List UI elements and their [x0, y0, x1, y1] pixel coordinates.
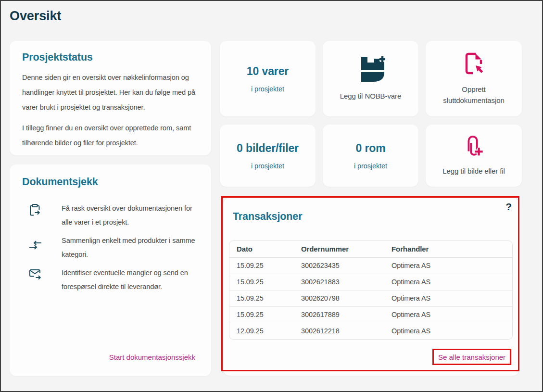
nobb-logo-icon — [355, 56, 387, 85]
document-check-card: Dokumentsjekk Få rask oversikt over doku… — [10, 164, 211, 376]
transaction-row: 15.09.253002621883Optimera AS — [229, 274, 512, 290]
transaction-cell: 3002612218 — [294, 323, 384, 339]
create-final-documentation-button[interactable]: Opprett sluttdokumentasjon — [426, 41, 522, 116]
stat-caption: i prosjektet — [251, 162, 284, 170]
stat-tile-rom: 0 rom i prosjektet — [323, 125, 418, 187]
column-header-forhandler: Forhandler — [384, 241, 512, 257]
document-create-icon — [463, 52, 485, 78]
transaction-cell: Optimera AS — [384, 306, 512, 323]
page-title: Oversikt — [10, 9, 61, 24]
action-tile-label: Legg til NOBB-vare — [340, 90, 401, 101]
project-status-paragraph: Denne siden gir en oversikt over nøkkeli… — [22, 70, 199, 115]
transaction-row: 12.09.253002612218Optimera AS — [229, 323, 512, 339]
transactions-table-body: 15.09.253002623435Optimera AS15.09.25300… — [229, 257, 512, 339]
clipboard-arrow-icon — [29, 202, 43, 229]
project-status-title: Prosjektstatus — [22, 51, 199, 63]
transaction-cell: 3002621883 — [294, 274, 384, 290]
transactions-table: Dato Ordernummer Forhandler 15.09.253002… — [229, 240, 513, 340]
add-image-or-file-button[interactable]: Legg til bilde eller fil — [426, 125, 522, 187]
transaction-cell: Optimera AS — [384, 290, 512, 306]
transaction-cell: 15.09.25 — [229, 306, 294, 323]
column-header-dato: Dato — [229, 241, 294, 257]
transaction-cell: Optimera AS — [384, 323, 512, 339]
project-status-card: Prosjektstatus Denne siden gir en oversi… — [10, 41, 211, 155]
project-status-paragraph: I tillegg finner du en oversikt over opp… — [22, 121, 199, 151]
paperclip-plus-icon — [464, 135, 484, 160]
transaction-row: 15.09.253002623435Optimera AS — [229, 257, 512, 274]
stat-value: 0 rom — [355, 142, 385, 155]
document-check-list: Få rask oversikt over dokumentasjonen fo… — [22, 202, 199, 294]
envelope-arrow-icon — [29, 266, 43, 294]
document-check-item-text: Få rask oversikt over dokumentasjonen fo… — [62, 202, 199, 229]
transaction-cell: 3002617889 — [294, 306, 384, 323]
transaction-row: 15.09.253002620798Optimera AS — [229, 290, 512, 306]
help-icon[interactable]: ? — [505, 201, 512, 213]
action-tile-label: Legg til bilde eller fil — [442, 165, 505, 177]
transactions-header-row: Dato Ordernummer Forhandler — [229, 241, 512, 257]
see-all-transactions-annotation-box: Se alle transaksjoner — [432, 349, 511, 365]
document-check-item-text: Identifiser eventuelle mangler og send e… — [62, 266, 199, 294]
stat-tile-varer: 10 varer i prosjektet — [220, 41, 316, 116]
transaction-row: 15.09.253002617889Optimera AS — [229, 306, 512, 323]
document-check-item: Få rask oversikt over dokumentasjonen fo… — [22, 202, 199, 229]
transaction-cell: Optimera AS — [384, 257, 512, 274]
stat-tile-bilder-filer: 0 bilder/filer i prosjektet — [220, 125, 316, 187]
transaction-cell: Optimera AS — [384, 274, 512, 290]
document-check-item: Sammenlign enkelt med produkter i samme … — [22, 234, 199, 262]
transaction-cell: 15.09.25 — [229, 274, 294, 290]
action-tile-label: Opprett sluttdokumentasjon — [434, 84, 514, 106]
transaction-cell: 15.09.25 — [229, 290, 294, 306]
document-check-item-text: Sammenlign enkelt med produkter i samme … — [62, 234, 199, 262]
stat-value: 0 bilder/filer — [237, 142, 299, 155]
transaction-cell: 3002620798 — [294, 290, 384, 306]
document-check-title: Dokumentsjekk — [22, 176, 199, 188]
transaction-cell: 15.09.25 — [229, 257, 294, 274]
stat-caption: i prosjektet — [354, 162, 387, 170]
transaction-cell: 12.09.25 — [229, 323, 294, 339]
document-check-item: Identifiser eventuelle mangler og send e… — [22, 266, 199, 294]
start-document-check-link[interactable]: Start dokumentasjonssjekk — [109, 353, 195, 361]
see-all-transactions-link[interactable]: Se alle transaksjoner — [438, 353, 505, 361]
column-header-ordernummer: Ordernummer — [294, 241, 384, 257]
stat-value: 10 varer — [247, 65, 289, 78]
compare-arrows-icon — [29, 234, 43, 262]
transaction-cell: 3002623435 — [294, 257, 384, 274]
transactions-title: Transaksjoner — [233, 211, 303, 223]
stat-caption: i prosjektet — [251, 85, 284, 93]
transactions-card: ? Transaksjoner Dato Ordernummer Forhand… — [223, 198, 519, 376]
add-nobb-item-button[interactable]: Legg til NOBB-vare — [323, 41, 418, 116]
